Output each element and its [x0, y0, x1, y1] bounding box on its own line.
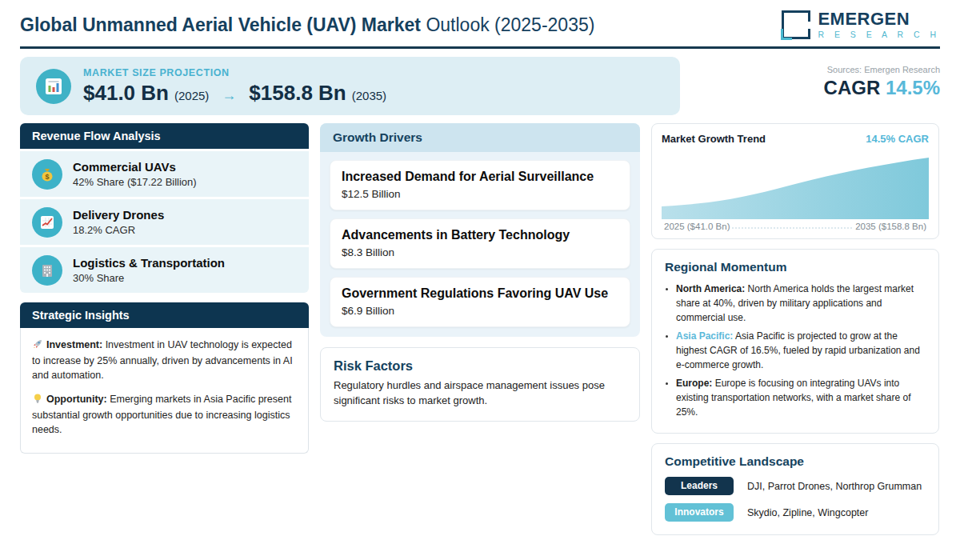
- emergen-logo: EMERGEN R E S E A R C H: [782, 10, 940, 39]
- region-text: Europe is focusing on integrating UAVs i…: [676, 378, 910, 418]
- strategic-insights-panel: Strategic Insights Investment: Investmen…: [20, 302, 309, 454]
- money-bag-icon: $: [32, 159, 62, 190]
- growth-drivers-header: Growth Drivers: [320, 123, 640, 152]
- trend-axis-labels: 2025 ($41.0 Bn) 2035 ($158.8 Bn): [662, 222, 929, 231]
- revenue-flow-header: Revenue Flow Analysis: [20, 123, 309, 149]
- regional-list: North America: North America holds the l…: [665, 282, 926, 419]
- bulb-icon: [32, 393, 43, 409]
- header: Global Unmanned Aerial Vehicle (UAV) Mar…: [20, 0, 940, 40]
- market-size-banner: MARKET SIZE PROJECTION $41.0 Bn (2025) →…: [20, 57, 680, 115]
- segment-stat: 42% Share ($17.22 Billion): [73, 176, 197, 188]
- market-growth-trend-card: Market Growth Trend 14.5% CAGR 2025 ($41…: [651, 123, 939, 239]
- logo-subtitle: R E S E A R C H: [818, 30, 940, 39]
- end-year: (2035): [352, 89, 386, 102]
- list-item-text: Delivery Drones 18.2% CAGR: [73, 208, 164, 236]
- region-lead: Asia Pacific:: [676, 330, 733, 342]
- innovators-badge: Innovators: [665, 503, 734, 522]
- segment-stat: 30% Share: [73, 272, 225, 284]
- competitive-row: Leaders DJI, Parrot Drones, Northrop Gru…: [665, 477, 926, 495]
- innovators-companies: Skydio, Zipline, Wingcopter: [747, 507, 868, 518]
- cagr-label: CAGR: [824, 77, 881, 98]
- growth-drivers-section: Growth Drivers Increased Demand for Aeri…: [320, 123, 640, 337]
- risk-factors-title: Risk Factors: [334, 358, 626, 374]
- middle-column: Growth Drivers Increased Demand for Aeri…: [320, 123, 640, 422]
- trend-end-label: 2035 ($158.8 Bn): [853, 222, 929, 231]
- right-column: Market Growth Trend 14.5% CAGR 2025 ($41…: [651, 123, 939, 535]
- start-value: $41.0 Bn: [83, 81, 169, 106]
- banner-text: MARKET SIZE PROJECTION $41.0 Bn (2025) →…: [83, 67, 386, 106]
- page-title-rest: Outlook (2025-2035): [421, 14, 594, 35]
- growth-driver-card: Advancements in Battery Technology $8.3 …: [330, 218, 630, 269]
- page-title: Global Unmanned Aerial Vehicle (UAV) Mar…: [20, 14, 594, 36]
- revenue-flow-panel: Revenue Flow Analysis $ Commercial UAVs …: [20, 123, 309, 293]
- banner-side: Sources: Emergen Research CAGR 14.5%: [824, 57, 940, 99]
- svg-text:$: $: [45, 173, 49, 181]
- list-item: Logistics & Transportation 30% Share: [20, 247, 309, 293]
- insight-item: Investment: Investment in UAV technology…: [32, 338, 297, 382]
- strategic-insights-header: Strategic Insights: [20, 302, 309, 328]
- trend-title: Market Growth Trend: [662, 133, 766, 145]
- sources-note: Sources: Emergen Research: [824, 65, 940, 74]
- leaders-companies: DJI, Parrot Drones, Northrop Grumman: [747, 481, 922, 492]
- main-columns: Revenue Flow Analysis $ Commercial UAVs …: [20, 123, 940, 535]
- growth-driver-card: Government Regulations Favoring UAV Use …: [330, 277, 630, 327]
- insight-item: Opportunity: Emerging markets in Asia Pa…: [32, 393, 297, 437]
- driver-value: $12.5 Billion: [342, 188, 618, 200]
- arrow-icon: →: [222, 87, 236, 104]
- list-item: Delivery Drones 18.2% CAGR: [20, 199, 309, 245]
- cagr-value: 14.5%: [886, 77, 940, 98]
- logo-text: EMERGEN R E S E A R C H: [818, 10, 940, 39]
- banner-row: MARKET SIZE PROJECTION $41.0 Bn (2025) →…: [20, 57, 940, 115]
- end-value: $158.8 Bn: [249, 81, 346, 106]
- page-title-bold: Global Unmanned Aerial Vehicle (UAV) Mar…: [20, 14, 421, 35]
- cagr-line: CAGR 14.5%: [824, 77, 940, 99]
- insight-lead: Investment:: [46, 339, 102, 350]
- segment-title: Delivery Drones: [73, 208, 164, 222]
- rocket-icon: [32, 338, 43, 354]
- list-item-text: Logistics & Transportation 30% Share: [73, 256, 225, 284]
- leaders-badge: Leaders: [665, 477, 734, 495]
- driver-title: Government Regulations Favoring UAV Use: [342, 286, 618, 301]
- logo-name: EMERGEN: [818, 10, 940, 28]
- infographic-page: Global Unmanned Aerial Vehicle (UAV) Mar…: [0, 0, 960, 535]
- driver-title: Advancements in Battery Technology: [342, 228, 618, 242]
- start-year: (2025): [174, 89, 209, 102]
- trend-start-label: 2025 ($41.0 Bn): [662, 222, 732, 231]
- competitive-landscape-title: Competitive Landscape: [665, 454, 926, 469]
- building-icon: [32, 255, 62, 286]
- list-item: North America: North America holds the l…: [676, 282, 926, 325]
- title-underline: [20, 46, 940, 49]
- risk-factors-card: Risk Factors Regulatory hurdles and airs…: [320, 347, 640, 422]
- trend-cagr-badge: 14.5% CAGR: [866, 133, 929, 145]
- banner-projection: $41.0 Bn (2025) → $158.8 Bn (2035): [83, 81, 386, 106]
- chart-up-icon: [32, 207, 62, 238]
- driver-value: $8.3 Billion: [342, 246, 618, 258]
- driver-value: $6.9 Billion: [342, 305, 618, 317]
- segment-title: Commercial UAVs: [73, 160, 197, 174]
- left-column: Revenue Flow Analysis $ Commercial UAVs …: [20, 123, 309, 454]
- competitive-landscape-card: Competitive Landscape Leaders DJI, Parro…: [651, 443, 939, 535]
- logo-square-icon: [782, 10, 810, 39]
- list-item-text: Commercial UAVs 42% Share ($17.22 Billio…: [73, 160, 197, 188]
- driver-title: Increased Demand for Aerial Surveillance: [342, 170, 618, 184]
- risk-factors-text: Regulatory hurdles and airspace manageme…: [334, 378, 614, 409]
- bar-chart-icon: [36, 69, 71, 104]
- segment-title: Logistics & Transportation: [73, 256, 225, 270]
- strategic-insights-body: Investment: Investment in UAV technology…: [20, 328, 309, 454]
- regional-momentum-title: Regional Momentum: [665, 260, 926, 274]
- region-lead: North America:: [676, 283, 745, 294]
- banner-label: MARKET SIZE PROJECTION: [83, 67, 386, 78]
- regional-momentum-card: Regional Momentum North America: North A…: [651, 249, 939, 434]
- list-item: Asia Pacific: Asia Pacific is projected …: [676, 329, 926, 372]
- insight-lead: Opportunity:: [46, 394, 107, 405]
- list-item: Europe: Europe is focusing on integratin…: [676, 376, 926, 419]
- list-item: $ Commercial UAVs 42% Share ($17.22 Bill…: [20, 151, 309, 197]
- trend-header: Market Growth Trend 14.5% CAGR: [662, 133, 929, 145]
- area-chart: [662, 150, 929, 219]
- growth-driver-card: Increased Demand for Aerial Surveillance…: [330, 160, 630, 210]
- segment-stat: 18.2% CAGR: [73, 224, 164, 236]
- competitive-row: Innovators Skydio, Zipline, Wingcopter: [665, 503, 926, 522]
- region-lead: Europe:: [676, 378, 712, 389]
